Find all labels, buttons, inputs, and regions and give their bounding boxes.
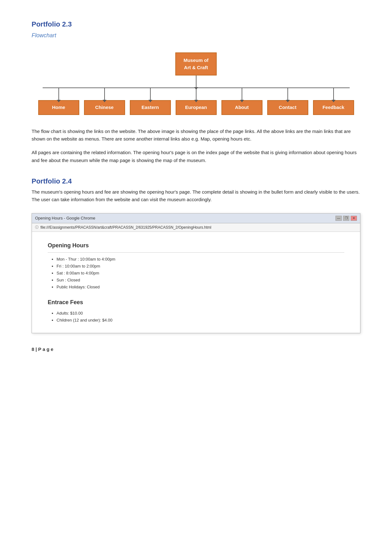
minimize-button[interactable]: — [335,216,342,221]
flowchart-label: Flowchart [32,31,360,40]
drop-line-chinese [104,88,105,100]
page: Portfolio 2.3 Flowchart Museum ofArt & C… [0,0,392,554]
browser-address: file:///E/assignments/PRACASSN/art&craft… [40,225,211,230]
lock-icon: ⓘ [35,225,39,230]
fees-list: Adults: $10.00 Children (12 and under): … [57,310,344,324]
browser-controls: — ❐ ✕ [335,216,357,221]
list-item: Children (12 and under): $4.00 [57,317,344,324]
portfolio-24-para1: The museum's opening hours and fee are s… [32,188,360,204]
browser-title: Opening Hours - Google Chrome [35,215,95,221]
flowchart-top-wrapper: Museum ofArt & Craft Home [38,52,354,115]
drop-col-eastern: Eastern [130,88,171,115]
portfolio-24-section: Portfolio 2.4 The museum's opening hours… [32,176,360,204]
vert-drops: Home Chinese Eastern [38,88,354,115]
browser-addressbar: ⓘ file:///E/assignments/PRACASSN/art&cra… [32,223,360,232]
drop-col-contact: Contact [267,88,308,115]
list-item: Sun : Closed [57,277,344,284]
list-item: Sat : 8:00am to 4:00pm [57,270,344,277]
page-footer: 8 | P a g e [32,346,360,353]
top-node: Museum ofArt & Craft [175,52,217,75]
close-button[interactable]: ✕ [351,216,357,221]
list-item: Adults: $10.00 [57,310,344,317]
restore-button[interactable]: ❐ [343,216,349,221]
top-connector [196,75,196,87]
list-item: Mon - Thur : 10:00am to 4:00pm [57,256,344,263]
browser-content: Opening Hours Mon - Thur : 10:00am to 4:… [32,232,360,333]
description-section: The flow chart is showing the links on t… [32,128,360,165]
opening-hours-title: Opening Hours [48,241,344,253]
description-para1: The flow chart is showing the links on t… [32,128,360,143]
opening-hours-list: Mon - Thur : 10:00am to 4:00pm Fri : 10:… [57,256,344,291]
drop-line-eastern [150,88,151,100]
drop-line-contact [287,88,288,100]
drop-col-about: About [221,88,262,115]
drop-line-about [242,88,242,100]
drop-col-home: Home [38,88,79,115]
entrace-fees-title: Entrace Fees [48,298,344,307]
portfolio-23-heading: Portfolio 2.3 [32,19,360,29]
drop-col-chinese: Chinese [84,88,125,115]
drop-col-european: European [176,88,217,115]
list-item: Fri : 10:00am to 2:00pm [57,263,344,270]
description-para2: All pages are containing the related inf… [32,149,360,165]
list-item: Public Holidays: Closed [57,284,344,291]
drop-col-feedback: Feedback [313,88,354,115]
drop-line-european [196,88,196,100]
portfolio-24-heading: Portfolio 2.4 [32,176,360,186]
top-node-label: Museum ofArt & Craft [184,57,208,70]
browser-window: Opening Hours - Google Chrome — ❐ ✕ ⓘ fi… [32,213,360,333]
drop-line-feedback [333,88,334,100]
drop-line-home [58,88,59,100]
flowchart: Museum ofArt & Craft Home [32,52,360,115]
browser-titlebar: Opening Hours - Google Chrome — ❐ ✕ [32,214,360,223]
